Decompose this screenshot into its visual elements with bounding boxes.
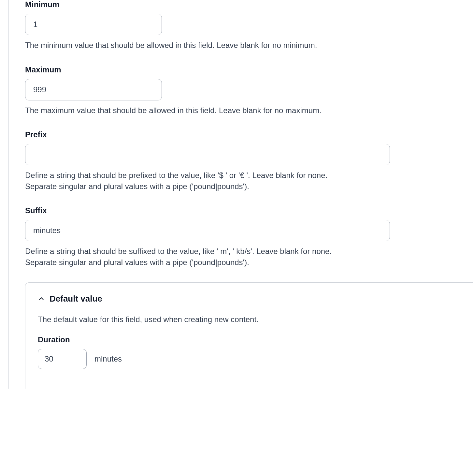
default-value-description: The default value for this field, used w…	[38, 315, 461, 324]
duration-suffix: minutes	[94, 354, 122, 364]
default-value-toggle[interactable]: Default value	[38, 294, 461, 304]
duration-label: Duration	[38, 335, 461, 344]
prefix-input[interactable]	[25, 144, 390, 165]
form-container: Minimum The minimum value that should be…	[8, 0, 473, 389]
maximum-field-group: Maximum The maximum value that should be…	[25, 65, 473, 116]
default-value-panel: Default value The default value for this…	[25, 282, 473, 389]
maximum-help-text: The maximum value that should be allowed…	[25, 105, 351, 116]
suffix-label: Suffix	[25, 206, 473, 215]
suffix-field-group: Suffix Define a string that should be su…	[25, 206, 473, 268]
suffix-input[interactable]	[25, 220, 390, 241]
maximum-label: Maximum	[25, 65, 473, 74]
prefix-field-group: Prefix Define a string that should be pr…	[25, 130, 473, 192]
suffix-help-text: Define a string that should be suffixed …	[25, 246, 351, 268]
duration-row: minutes	[38, 349, 461, 369]
default-value-title: Default value	[50, 294, 102, 304]
minimum-input[interactable]	[25, 14, 162, 35]
prefix-label: Prefix	[25, 130, 473, 139]
prefix-help-text: Define a string that should be prefixed …	[25, 170, 351, 192]
chevron-up-icon	[38, 295, 45, 302]
duration-input[interactable]	[38, 349, 87, 369]
maximum-input[interactable]	[25, 79, 162, 100]
minimum-field-group: Minimum The minimum value that should be…	[25, 0, 473, 51]
minimum-label: Minimum	[25, 0, 473, 9]
minimum-help-text: The minimum value that should be allowed…	[25, 40, 351, 51]
